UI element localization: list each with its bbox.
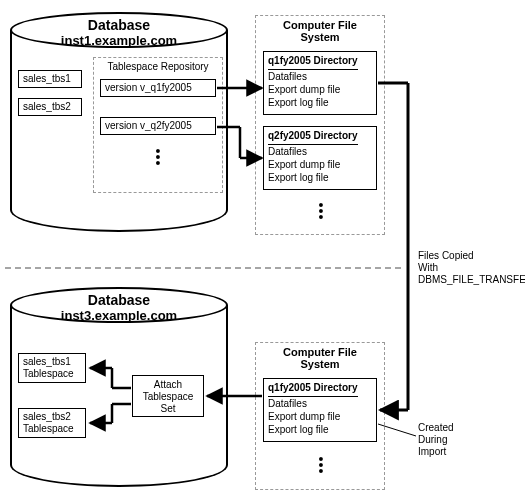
cfs2-dir1-l3: Export log file bbox=[268, 424, 329, 435]
repo-version1: version v_q1fy2005 bbox=[100, 79, 216, 97]
cfs1-dir2-l1: Datafiles bbox=[268, 146, 307, 157]
cfs1-dir1-l2: Export dump file bbox=[268, 84, 340, 95]
cfs1-dir1-title: q1fy2005 Directory bbox=[268, 54, 358, 70]
cfs1-dir1-l1: Datafiles bbox=[268, 71, 307, 82]
repo-vdots: ••• bbox=[150, 148, 166, 166]
cfs1-dir1: q1fy2005 Directory Datafiles Export dump… bbox=[263, 51, 377, 115]
db1-ts2: sales_tbs2 bbox=[18, 98, 82, 116]
cfs1-vdots: ••• bbox=[313, 202, 329, 220]
cfs2-dir1: q1fy2005 Directory Datafiles Export dump… bbox=[263, 378, 377, 442]
cfs1-title: Computer File System bbox=[255, 19, 385, 43]
db1-host: inst1.example.com bbox=[10, 33, 228, 48]
cfs1-dir1-l3: Export log file bbox=[268, 97, 329, 108]
cfs2-vdots: ••• bbox=[313, 456, 329, 474]
repo-title: Tablespace Repository bbox=[93, 61, 223, 72]
files-copied-note: Files Copied With DBMS_FILE_TRANSFER bbox=[418, 250, 525, 286]
cfs2-dir1-title: q1fy2005 Directory bbox=[268, 381, 358, 397]
created-during-import-note: Created During Import bbox=[418, 422, 498, 458]
db3-host: inst3.example.com bbox=[10, 308, 228, 323]
attach-tablespace-set: Attach Tablespace Set bbox=[132, 375, 204, 417]
db3-ts2: sales_tbs2 Tablespace bbox=[18, 408, 86, 438]
cfs1-dir2-l2: Export dump file bbox=[268, 159, 340, 170]
db3-title: Database bbox=[10, 292, 228, 308]
db1-ts1: sales_tbs1 bbox=[18, 70, 82, 88]
repo-version2: version v_q2fy2005 bbox=[100, 117, 216, 135]
cfs1-dir2-title: q2fy2005 Directory bbox=[268, 129, 358, 145]
db1-title: Database bbox=[10, 17, 228, 33]
cfs1-dir2: q2fy2005 Directory Datafiles Export dump… bbox=[263, 126, 377, 190]
cfs1-dir2-l3: Export log file bbox=[268, 172, 329, 183]
cfs2-dir1-l2: Export dump file bbox=[268, 411, 340, 422]
cfs2-title: Computer File System bbox=[255, 346, 385, 370]
cfs2-dir1-l1: Datafiles bbox=[268, 398, 307, 409]
db3-ts1: sales_tbs1 Tablespace bbox=[18, 353, 86, 383]
